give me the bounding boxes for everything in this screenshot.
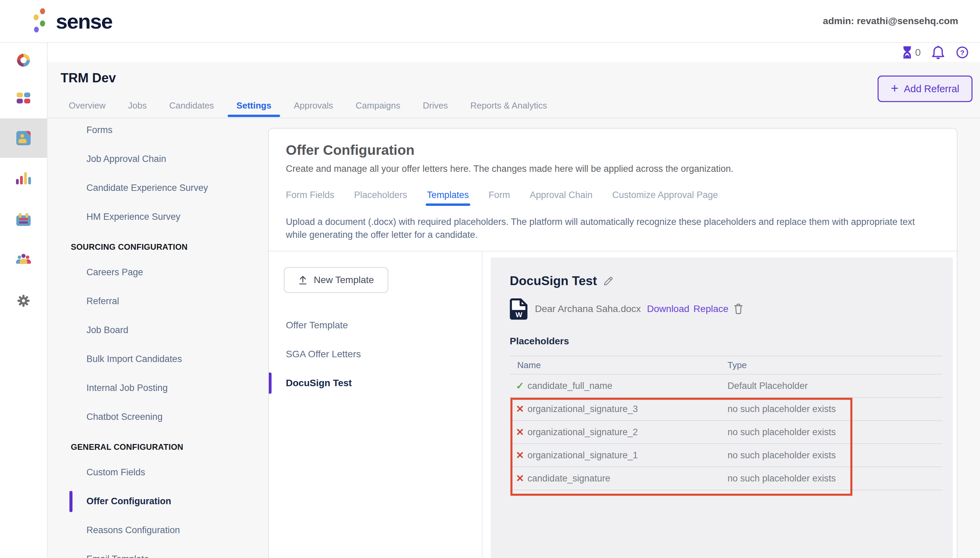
column-header-type: Type — [727, 360, 942, 371]
tab-customize-approval-page[interactable]: Customize Approval Page — [612, 190, 718, 206]
settings-nav-item-offer-configuration[interactable]: Offer Configuration — [48, 487, 268, 516]
x-icon: ✕ — [516, 474, 524, 484]
placeholders-table-header: Name Type — [510, 356, 942, 374]
page-title: Offer Configuration — [286, 142, 940, 158]
tab-overview[interactable]: Overview — [69, 100, 105, 117]
settings-nav-item-careers-page[interactable]: Careers Page — [48, 258, 268, 287]
tab-reports-analytics[interactable]: Reports & Analytics — [470, 100, 547, 117]
rail-referrals-item[interactable] — [0, 240, 47, 281]
trash-icon — [733, 303, 744, 315]
rail-settings-item[interactable] — [0, 281, 47, 321]
placeholder-name: candidate_signature — [527, 473, 610, 484]
settings-nav-item-job-board[interactable]: Job Board — [48, 316, 268, 345]
template-file-name: Dear Archana Saha.docx — [535, 304, 641, 314]
settings-nav-item-chatbot-screening[interactable]: Chatbot Screening — [48, 402, 268, 432]
edit-pencil-icon[interactable] — [602, 275, 614, 287]
tab-approval-chain[interactable]: Approval Chain — [530, 190, 593, 206]
modules-grid-icon — [17, 92, 30, 103]
tab-placeholders[interactable]: Placeholders — [354, 190, 407, 206]
placeholder-type: no such placeholder exists — [727, 404, 942, 414]
pending-count: 0 — [915, 47, 921, 58]
table-row: ✕ candidate_signature no such placeholde… — [510, 467, 942, 490]
x-icon: ✕ — [516, 427, 524, 437]
table-row: ✓ candidate_full_name Default Placeholde… — [510, 374, 942, 398]
new-template-button[interactable]: New Template — [284, 267, 388, 293]
template-detail-header: DocuSign Test — [510, 274, 942, 288]
workspace-header: TRM Dev Overview Jobs Candidates Setting… — [48, 62, 980, 118]
template-detail-panel: DocuSign Test W — [491, 258, 953, 558]
placeholders-table: Name Type ✓ candidate_full_name Default … — [510, 356, 942, 490]
template-item-docusign-test[interactable]: DocuSign Test — [269, 368, 482, 397]
placeholder-name: candidate_full_name — [527, 381, 612, 391]
placeholder-name: organizational_signature_3 — [527, 404, 638, 414]
gear-icon — [16, 294, 31, 308]
rail-modules-item[interactable] — [0, 77, 47, 118]
tab-campaigns[interactable]: Campaigns — [356, 100, 401, 117]
settings-nav-item-bulk-import-candidates[interactable]: Bulk Import Candidates — [48, 345, 268, 374]
settings-nav-item-forms[interactable]: Forms — [48, 118, 268, 144]
replace-link[interactable]: Replace — [693, 304, 729, 314]
workspace-tabs: Overview Jobs Candidates Settings Approv… — [69, 100, 980, 117]
page-subtitle: Create and manage all your offer letters… — [286, 164, 940, 174]
column-header-name: Name — [510, 360, 727, 371]
placeholders-heading: Placeholders — [510, 336, 942, 347]
upload-instructions: Upload a document (.docx) with required … — [286, 215, 940, 251]
placeholder-name: organizational_signature_2 — [527, 427, 638, 438]
placeholder-type: no such placeholder exists — [727, 427, 942, 438]
pending-tasks-control[interactable]: 0 — [902, 46, 921, 59]
notifications-control[interactable] — [931, 44, 945, 60]
placeholder-type: no such placeholder exists — [727, 450, 942, 461]
rail-dashboard-item[interactable] — [0, 43, 47, 77]
settings-nav-item-job-approval-chain[interactable]: Job Approval Chain — [48, 144, 268, 174]
tab-candidates[interactable]: Candidates — [169, 100, 214, 117]
rail-campaigns-item[interactable] — [0, 199, 47, 240]
rail-candidates-item[interactable] — [0, 118, 47, 158]
sense-logo-dots-icon — [33, 8, 47, 35]
rail-analytics-item[interactable] — [0, 158, 47, 199]
settings-nav-item-email-template[interactable]: Email Template — [48, 545, 268, 558]
settings-nav-section-sourcing: SOURCING CONFIGURATION — [48, 236, 268, 258]
offer-configuration-card: Offer Configuration Create and manage al… — [268, 128, 957, 558]
tab-jobs[interactable]: Jobs — [128, 100, 147, 117]
placeholder-name: organizational_signature_1 — [527, 450, 638, 461]
placeholder-type: no such placeholder exists — [727, 473, 942, 484]
settings-nav-item-internal-job-posting[interactable]: Internal Job Posting — [48, 374, 268, 402]
tab-drives[interactable]: Drives — [423, 100, 448, 117]
table-row: ✕ organizational_signature_3 no such pla… — [510, 398, 942, 421]
settings-nav-item-candidate-experience-survey[interactable]: Candidate Experience Survey — [48, 174, 268, 202]
bar-chart-icon — [16, 172, 31, 184]
template-item-sga-offer-letters[interactable]: SGA Offer Letters — [269, 340, 482, 368]
settings-nav: Forms Job Approval Chain Candidate Exper… — [48, 118, 268, 558]
tab-approvals[interactable]: Approvals — [294, 100, 333, 117]
calendar-board-icon — [16, 215, 31, 226]
x-icon: ✕ — [516, 450, 524, 460]
upload-icon — [298, 275, 308, 285]
download-link[interactable]: Download — [647, 304, 689, 314]
settings-nav-item-custom-fields[interactable]: Custom Fields — [48, 458, 268, 487]
table-row: ✕ organizational_signature_2 no such pla… — [510, 421, 942, 444]
check-icon: ✓ — [516, 381, 524, 391]
settings-nav-item-reasons-configuration[interactable]: Reasons Configuration — [48, 516, 268, 545]
tab-form-fields[interactable]: Form Fields — [286, 190, 335, 206]
admin-user-label: admin: revathi@sensehq.com — [823, 16, 958, 26]
tab-templates[interactable]: Templates — [427, 190, 469, 206]
add-referral-label: Add Referral — [904, 84, 959, 95]
add-referral-button[interactable]: + Add Referral — [878, 75, 972, 102]
tab-settings[interactable]: Settings — [236, 100, 272, 117]
settings-nav-item-referral[interactable]: Referral — [48, 287, 268, 316]
candidate-document-icon — [16, 131, 31, 145]
hourglass-icon — [902, 46, 912, 59]
settings-nav-item-hm-experience-survey[interactable]: HM Experience Survey — [48, 202, 268, 231]
x-icon: ✕ — [516, 404, 524, 414]
delete-template-control[interactable] — [733, 303, 744, 315]
app-icon-rail — [0, 43, 48, 558]
template-detail-column: DocuSign Test W — [483, 251, 957, 558]
help-control[interactable]: ? — [955, 46, 969, 59]
utility-bar: 0 ? — [48, 43, 980, 62]
content-region: Forms Job Approval Chain Candidate Exper… — [48, 118, 980, 558]
offer-config-tabs: Form Fields Placeholders Templates Form … — [286, 190, 940, 206]
app-root: sense admin: revathi@sensehq.com — [0, 0, 980, 558]
svg-text:?: ? — [960, 49, 965, 56]
tab-form[interactable]: Form — [489, 190, 510, 206]
template-item-offer-template[interactable]: Offer Template — [269, 311, 482, 340]
